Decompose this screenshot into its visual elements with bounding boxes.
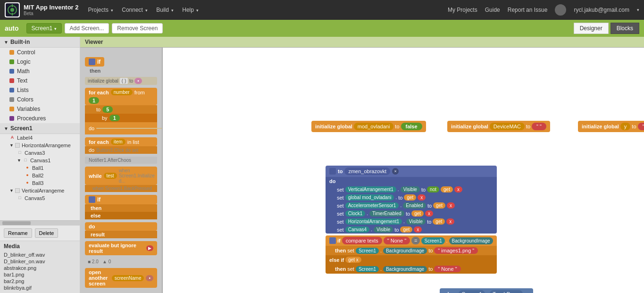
delete-button[interactable]: Delete [35, 228, 59, 238]
zmen-close-btn[interactable]: × [392, 168, 399, 175]
if-block-left[interactable]: if then [85, 57, 157, 74]
tree-ball1[interactable]: ● Ball1 [0, 164, 80, 172]
for-each-number[interactable]: for each number from 1 to 5 by 1 [85, 88, 157, 134]
sidebar-item-logic[interactable]: Logic [0, 57, 80, 67]
open-screen[interactable]: open another screen screenName • [85, 268, 157, 288]
media-item-0[interactable]: D_blinker_off.wav [4, 251, 76, 258]
nav-projects[interactable]: Projects ▾ [88, 7, 114, 13]
tree-verticalarrange[interactable]: ▼ VerticalArrangeme [0, 187, 80, 194]
va-icon [15, 188, 20, 193]
then-none-row: then set Screen1 . BackgroundImage to " … [326, 264, 497, 274]
media-item-2[interactable]: abstrakce.png [4, 265, 76, 271]
sidebar-item-variables[interactable]: Variables [0, 104, 80, 114]
canvas5-icon: □ [17, 195, 23, 201]
sidebar-item-lists[interactable]: Lists [0, 85, 80, 95]
rename-button[interactable]: Rename [4, 228, 32, 238]
canvas1-toggle[interactable]: ▼ [17, 158, 21, 163]
by-val: 1 [109, 115, 120, 121]
if-then-else[interactable]: if then else [85, 195, 157, 219]
devicemac-name: DeviceMAC [490, 123, 525, 130]
tree-canvas1[interactable]: ▼ □ Canvas1 [0, 157, 80, 164]
block-canvas-touch[interactable]: when Canvas1 . TouchDown x y do call [440, 288, 533, 293]
for-each-item[interactable]: for each item in list do Button3.Click d… [85, 137, 157, 154]
if2-icon [89, 196, 95, 203]
va-toggle[interactable]: ▼ [9, 188, 14, 193]
get2: get [404, 194, 416, 201]
media-item-1[interactable]: D_blinker_on.wav [4, 258, 76, 265]
if-label: if [97, 59, 100, 65]
from-val: 1 [89, 97, 99, 104]
tree-label4[interactable]: A Label4 [0, 134, 80, 142]
when-label: when [443, 291, 457, 293]
report-issue-link[interactable]: Report an Issue [508, 7, 548, 13]
result-label: result [91, 232, 105, 237]
screen-selector[interactable]: Screen1 ▾ [26, 23, 62, 33]
while-test[interactable]: while test when Screen1.Initialize d... … [85, 167, 157, 192]
media-item-4[interactable]: bar2.png [4, 278, 76, 285]
init-global-placeholder: initialize global ( ) to • [85, 77, 157, 85]
set-line-2: set global mod_ovladani . to get x [326, 193, 497, 201]
y-name: y [620, 123, 631, 130]
to3: to [427, 203, 432, 209]
nav-connect[interactable]: Connect ▾ [122, 7, 148, 13]
math-color-dot [9, 69, 14, 74]
zmen-icon [329, 168, 336, 175]
sidebar-item-text[interactable]: Text [0, 76, 80, 85]
sidebar-item-procedures[interactable]: Procedures [0, 114, 80, 123]
builtin-items: Control Logic Math Text Lists [0, 48, 80, 123]
blocks-area: if then initialize global ( ) to • for e [80, 48, 644, 293]
screen1-tree: A Label4 ▼ HorizontalArrangeme □ Canvas3… [0, 134, 80, 202]
add-screen-button[interactable]: Add Screen... [65, 23, 109, 33]
tree-ball3[interactable]: ● Ball3 [0, 179, 80, 187]
to-then: to [428, 248, 433, 253]
media-item-5[interactable]: blinkrbya.gif [4, 285, 76, 291]
project-name: auto [5, 25, 19, 32]
control-color-dot [9, 50, 14, 55]
item-pill: item [111, 139, 125, 145]
sidebar-item-math[interactable]: Math [0, 67, 80, 76]
then-row: then set Screen1 . BackgroundImage to " … [326, 246, 497, 255]
eq-sign: = [411, 237, 420, 244]
sidebar-item-colors[interactable]: Colors [0, 95, 80, 104]
not1: not [427, 186, 439, 193]
sidebar-hscroll-thumb[interactable] [2, 221, 31, 225]
media-section: Media D_blinker_off.wav D_blinker_on.wav… [0, 241, 80, 293]
do-result[interactable]: do result [85, 222, 157, 238]
block-init-devicemac[interactable]: initialize global DeviceMAC to " " [447, 121, 550, 132]
tree-ball2[interactable]: ● Ball2 [0, 172, 80, 179]
my-projects-link[interactable]: My Projects [448, 7, 477, 13]
to-label1: to [395, 124, 399, 129]
guide-link[interactable]: Guide [485, 7, 500, 13]
sidebar-hscroll[interactable] [0, 220, 80, 225]
viewer-canvas[interactable]: if then initialize global ( ) to • for e [80, 48, 644, 293]
section-builtin[interactable]: ▼ Built-in [0, 37, 80, 48]
x4: x [425, 210, 433, 217]
tree-horizontalarrange[interactable]: ▼ HorizontalArrangeme [0, 142, 80, 149]
to-label3: to [632, 124, 636, 129]
user-dropdown-icon[interactable]: ▾ [637, 8, 639, 12]
sidebar-item-colors-label: Colors [17, 96, 33, 103]
sidebar-item-control[interactable]: Control [0, 48, 80, 57]
eval-badge: ▶ [146, 245, 153, 251]
remove-screen-button[interactable]: Remove Screen [112, 23, 163, 33]
section-screen1[interactable]: ▼ Screen1 [0, 123, 80, 134]
block-zmen-obrazovku[interactable]: to zmen_obrazovkt × do set VerticalArran… [326, 166, 497, 274]
left-panel[interactable]: if then initialize global ( ) to • for e [80, 48, 163, 293]
eval-ignore[interactable]: evaluate but ignore result ▶ [85, 241, 157, 255]
tree-canvas5[interactable]: □ Canvas5 [0, 194, 80, 202]
sidebar-scroll[interactable]: ▼ Built-in Control Logic Math T [0, 37, 80, 220]
user-email[interactable]: rycl.jakub@gmail.com [574, 7, 629, 13]
nav-help[interactable]: Help ▾ [182, 7, 199, 13]
block-init-mod-ovladani[interactable]: initialize global mod_ovladani to false [311, 121, 426, 132]
nav-build[interactable]: Build ▾ [156, 7, 174, 13]
to4: to [406, 211, 410, 217]
media-item-3[interactable]: bar1.png [4, 271, 76, 278]
block-init-y[interactable]: initialize global y to " " [578, 121, 644, 132]
to2: to [398, 195, 402, 201]
ha-toggle[interactable]: ▼ [9, 143, 14, 148]
visible5: Visible [406, 218, 426, 225]
tree-canvas3[interactable]: □ Canvas3 [0, 149, 80, 157]
visible1: Visible [401, 186, 420, 193]
blocks-button[interactable]: Blocks [611, 23, 639, 34]
designer-button[interactable]: Designer [574, 23, 609, 34]
